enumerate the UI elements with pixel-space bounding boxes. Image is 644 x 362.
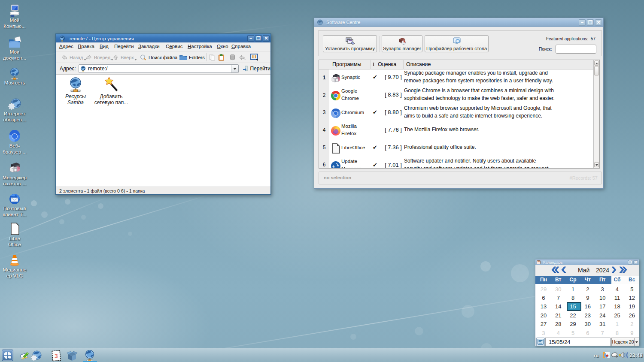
svg-text:3: 3 [55,353,58,359]
